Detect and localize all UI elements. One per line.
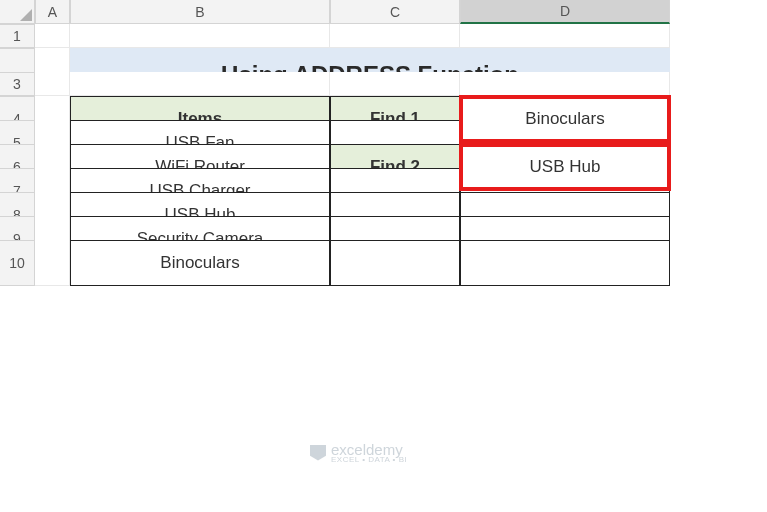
col-header-d[interactable]: D (460, 0, 670, 24)
select-all-corner[interactable] (0, 0, 35, 24)
cell-a3[interactable] (35, 72, 70, 96)
row-header-10[interactable]: 10 (0, 240, 35, 286)
cell-d10[interactable] (460, 240, 670, 286)
col-header-c[interactable]: C (330, 0, 460, 24)
watermark-tagline: EXCEL • DATA • BI (331, 455, 407, 464)
watermark-logo-icon (310, 445, 326, 461)
find2-value-cell[interactable]: USB Hub (460, 144, 670, 190)
cell-b1[interactable] (70, 24, 330, 48)
items-cell[interactable]: Binoculars (70, 240, 330, 286)
col-header-a[interactable]: A (35, 0, 70, 24)
cell-d3[interactable] (460, 72, 670, 96)
cell-c3[interactable] (330, 72, 460, 96)
row-header-3[interactable]: 3 (0, 72, 35, 96)
spreadsheet-grid: A B C D 1 2 Using ADDRESS Function 3 4 I… (0, 0, 767, 264)
row-header-1[interactable]: 1 (0, 24, 35, 48)
cell-a10[interactable] (35, 240, 70, 286)
cell-a1[interactable] (35, 24, 70, 48)
find1-value-cell[interactable]: Binoculars (460, 96, 670, 142)
cell-d1[interactable] (460, 24, 670, 48)
cell-c10[interactable] (330, 240, 460, 286)
watermark: exceldemy EXCEL • DATA • BI (310, 441, 407, 464)
cell-b3[interactable] (70, 72, 330, 96)
cell-c1[interactable] (330, 24, 460, 48)
col-header-b[interactable]: B (70, 0, 330, 24)
